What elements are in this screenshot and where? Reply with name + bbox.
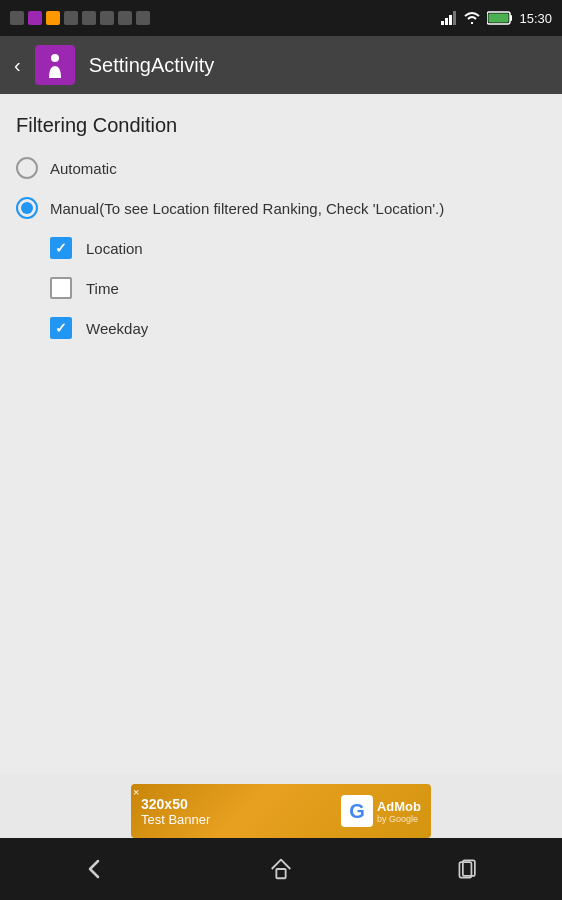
time-display: 15:30 bbox=[519, 11, 552, 26]
radio-manual-circle bbox=[16, 197, 38, 219]
notif-icon-1 bbox=[10, 11, 24, 25]
admob-logo-row: G AdMob by Google bbox=[341, 795, 421, 827]
wifi-icon bbox=[463, 11, 481, 25]
admob-brand-text: AdMob by Google bbox=[377, 799, 421, 824]
svg-rect-8 bbox=[276, 869, 285, 878]
app-bar: ‹ SettingActivity bbox=[0, 36, 562, 94]
admob-main-label: AdMob bbox=[377, 799, 421, 814]
svg-rect-6 bbox=[489, 14, 509, 23]
ad-text: 320x50 Test Banner bbox=[141, 796, 210, 827]
notification-icons bbox=[10, 11, 150, 25]
status-bar: 15:30 bbox=[0, 0, 562, 36]
battery-icon bbox=[487, 11, 513, 25]
radio-automatic-circle bbox=[16, 157, 38, 179]
ad-banner[interactable]: × 320x50 Test Banner G AdMob by Google bbox=[131, 784, 431, 838]
admob-g-icon: G bbox=[341, 795, 373, 827]
notif-icon-8 bbox=[136, 11, 150, 25]
signal-icon bbox=[441, 11, 457, 25]
main-content: Filtering Condition Automatic Manual(To … bbox=[0, 94, 562, 774]
svg-rect-0 bbox=[441, 21, 444, 25]
ad-test-label: Test Banner bbox=[141, 812, 210, 827]
bottom-nav bbox=[0, 838, 562, 900]
section-title: Filtering Condition bbox=[16, 114, 546, 137]
svg-rect-1 bbox=[445, 18, 448, 25]
svg-rect-2 bbox=[449, 15, 452, 25]
back-nav-icon bbox=[80, 855, 108, 883]
svg-point-7 bbox=[51, 54, 59, 62]
checkbox-location-label: Location bbox=[86, 240, 143, 257]
admob-sub-label: by Google bbox=[377, 814, 421, 824]
ad-size-label: 320x50 bbox=[141, 796, 210, 812]
checkbox-location[interactable]: Location bbox=[50, 237, 546, 259]
checkbox-time[interactable]: Time bbox=[50, 277, 546, 299]
back-button[interactable]: ‹ bbox=[14, 54, 21, 77]
app-icon bbox=[35, 45, 75, 85]
status-bar-right: 15:30 bbox=[441, 11, 552, 26]
radio-automatic-label: Automatic bbox=[50, 160, 117, 177]
checkbox-time-label: Time bbox=[86, 280, 119, 297]
checkbox-weekday[interactable]: Weekday bbox=[50, 317, 546, 339]
radio-manual-label: Manual(To see Location filtered Ranking,… bbox=[50, 200, 444, 217]
notif-icon-3 bbox=[46, 11, 60, 25]
svg-rect-3 bbox=[453, 11, 456, 25]
radio-manual[interactable]: Manual(To see Location filtered Ranking,… bbox=[16, 197, 546, 219]
recents-nav-button[interactable] bbox=[438, 849, 498, 889]
ad-logo: G AdMob by Google bbox=[341, 795, 421, 827]
checkbox-location-box bbox=[50, 237, 72, 259]
home-nav-icon bbox=[268, 856, 294, 882]
back-nav-button[interactable] bbox=[64, 849, 124, 889]
checkbox-time-box bbox=[50, 277, 72, 299]
notif-icon-4 bbox=[64, 11, 78, 25]
checkbox-weekday-box bbox=[50, 317, 72, 339]
home-nav-button[interactable] bbox=[251, 849, 311, 889]
recents-nav-icon bbox=[456, 857, 480, 881]
radio-automatic[interactable]: Automatic bbox=[16, 157, 546, 179]
notif-icon-6 bbox=[100, 11, 114, 25]
notif-icon-7 bbox=[118, 11, 132, 25]
checkbox-weekday-label: Weekday bbox=[86, 320, 148, 337]
app-bar-title: SettingActivity bbox=[89, 54, 215, 77]
notif-icon-2 bbox=[28, 11, 42, 25]
ad-close-button[interactable]: × bbox=[133, 786, 139, 798]
svg-rect-5 bbox=[510, 15, 512, 21]
notif-icon-5 bbox=[82, 11, 96, 25]
